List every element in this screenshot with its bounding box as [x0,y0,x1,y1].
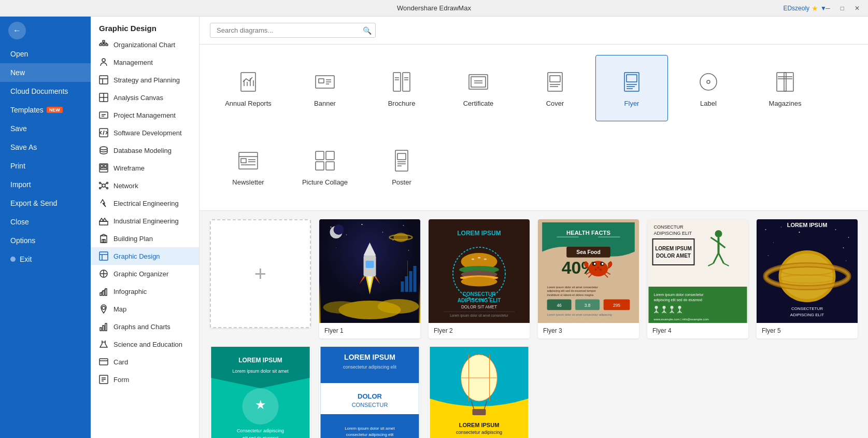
sidebar-item-graphs[interactable]: Graphs and Charts [91,318,199,335]
svg-point-175 [595,269,597,271]
flyer8-card[interactable]: LOREM IPSUM consectetur adipiscing elit … [429,347,530,438]
minimize-button[interactable]: ─ [822,4,833,13]
sidebar-item-electrical[interactable]: Electrical Engineering [91,194,199,212]
org-chart-icon [99,40,108,49]
flyer-label: Flyer [624,100,639,107]
flyer6-card[interactable]: LOREM IPSUM Lorem ipsum dolor sit amet ★… [210,347,311,438]
categories-row1: Annual Reports Banner Brochure [200,45,868,132]
sidebar-item-form[interactable]: Form [91,371,199,388]
svg-rect-141 [409,271,412,292]
svg-point-224 [781,227,782,228]
save-label: Save [10,124,27,133]
sidebar-item-open[interactable]: Open [0,45,91,63]
svg-text:CONSECTUR: CONSECTUR [462,291,496,297]
category-certificate[interactable]: Certificate [442,55,515,121]
strategy-icon [99,75,108,84]
sidebar-item-card[interactable]: Card [91,353,199,371]
svg-point-209 [663,306,666,309]
sidebar-item-software-dev[interactable]: Software Development [91,124,199,142]
sidebar-item-network[interactable]: Network [91,177,199,194]
svg-rect-95 [784,73,793,91]
certificate-icon [466,69,491,94]
card-icon [99,357,108,366]
sidebar-item-print[interactable]: Print [0,157,91,175]
sidebar-item-options[interactable]: Options [0,231,91,250]
svg-text:CONSECTUR: CONSECTUR [352,402,388,408]
category-picture-collage[interactable]: Picture Collage [289,134,361,200]
svg-point-148 [478,257,481,259]
back-button[interactable]: ← [8,22,26,39]
sidebar-item-org-chart[interactable]: Organizational Chart [91,36,199,53]
flyer5-card[interactable]: LOREM IPSUM CONSECTETUR ADIPISCING ELIT … [757,219,858,338]
sidebar-item-cloud[interactable]: Cloud Documents [0,82,91,101]
svg-rect-94 [777,73,786,91]
flyer3-card[interactable]: HEALTH FACTS Sea Food 40% [538,219,639,338]
flyer2-card[interactable]: LOREM IPSUM [429,219,530,338]
svg-rect-106 [316,151,324,160]
category-magazines[interactable]: Magazines [749,55,821,121]
sidebar-item-industrial[interactable]: Industrial Engineering [91,212,199,230]
annual-reports-icon [236,69,261,94]
category-label[interactable]: Label [672,55,745,121]
flyer7-preview: LOREM IPSUM consectetur adipiscing elit … [319,347,420,438]
plus-icon: + [254,262,266,286]
category-newsletter[interactable]: Newsletter [212,134,284,200]
svg-rect-109 [326,162,334,170]
close-button[interactable]: ✕ [851,4,863,13]
sidebar-item-close[interactable]: Close [0,213,91,231]
svg-point-227 [835,229,836,230]
category-annual-reports[interactable]: Annual Reports [212,55,284,121]
sidebar-item-db-modeling[interactable]: Database Modeling [91,142,199,159]
maximize-button[interactable]: □ [837,4,847,13]
sidebar-item-new[interactable]: New [0,63,91,82]
sidebar-item-graphic-organizer[interactable]: Graphic Organizer [91,265,199,282]
category-cover[interactable]: Cover [519,55,591,121]
flyer4-card[interactable]: CONSECTUR ADIPISCING ELIT LOREM IPSUM DO… [647,219,748,338]
annual-reports-label: Annual Reports [225,100,272,107]
category-poster[interactable]: Poster [365,134,438,200]
svg-rect-3 [106,44,108,46]
sidebar-item-project[interactable]: Project Management [91,106,199,124]
templates-grid: + [200,211,868,438]
collage-label: Picture Collage [302,178,348,186]
map-icon [99,304,108,314]
sidebar-item-wireframe[interactable]: Wireframe [91,159,199,177]
save-as-label: Save As [10,143,37,151]
software-dev-label: Software Development [113,129,182,137]
sidebar-item-graphic-design[interactable]: Graphic Design [91,247,199,265]
window-controls: ─ □ ✕ [822,4,863,13]
svg-point-52 [102,306,105,309]
sidebar-item-management[interactable]: Management [91,53,199,71]
sidebar-item-import[interactable]: Import [0,175,91,194]
category-banner[interactable]: Banner [289,55,361,121]
new-template-card[interactable]: + [210,219,311,328]
project-icon [99,110,108,120]
sidebar-item-templates[interactable]: Templates NEW [0,101,91,119]
flyer7-card[interactable]: LOREM IPSUM consectetur adipiscing elit … [319,347,420,438]
sidebar-item-strategy[interactable]: Strategy and Planning [91,71,199,89]
svg-rect-24 [104,165,107,167]
svg-rect-16 [99,112,108,118]
search-icon: 🔍 [363,26,372,35]
sidebar-item-building[interactable]: Building Plan [91,230,199,247]
category-brochure[interactable]: Brochure [365,55,438,121]
sidebar-item-save[interactable]: Save [0,119,91,138]
search-input[interactable] [210,23,376,38]
category-flyer[interactable]: Flyer [595,55,668,121]
svg-rect-25 [101,168,107,169]
svg-line-31 [101,183,103,185]
magazines-label: Magazines [769,100,802,107]
sidebar-item-infographic[interactable]: Infographic [91,282,199,300]
exit-dot-icon [10,257,16,262]
flyer1-card[interactable]: Flyer 1 [319,219,420,338]
sidebar-item-science-edu[interactable]: Science and Education [91,335,199,353]
svg-point-228 [848,237,849,238]
sidebar-item-save-as[interactable]: Save As [0,138,91,157]
svg-point-153 [461,277,497,286]
sidebar-item-exit[interactable]: Exit [0,250,91,269]
new-badge: NEW [47,107,63,113]
sidebar-item-map[interactable]: Map [91,300,199,318]
sidebar-item-export[interactable]: Export & Send [0,194,91,213]
svg-point-136 [323,301,360,314]
sidebar-item-analysis[interactable]: Analysis Canvas [91,89,199,106]
